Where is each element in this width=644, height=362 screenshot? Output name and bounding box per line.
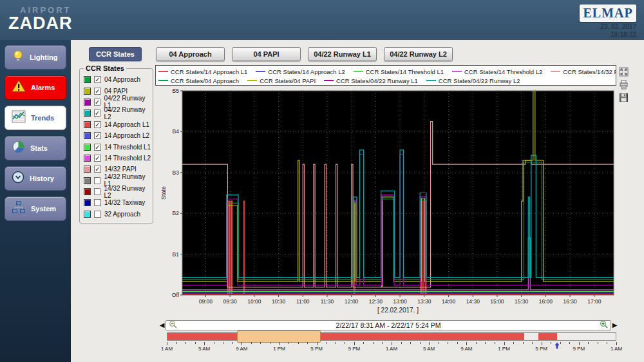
overview-selection-window[interactable] xyxy=(237,330,321,343)
timeline-label: 1 AM xyxy=(161,346,173,352)
timeline-tick xyxy=(560,342,561,344)
series-checkbox[interactable]: ✓ xyxy=(94,144,101,151)
legend-line-sample xyxy=(158,71,168,72)
series-checkbox[interactable]: ✓ xyxy=(94,110,101,117)
x-axis-tick-label: 13:30 xyxy=(417,298,431,305)
series-label: 14 Threshold L1 xyxy=(104,144,151,151)
sidebar: Lighting Alarms Trends Stats History Sys xyxy=(0,40,71,362)
filter-item[interactable]: ✓14 Approach L2 xyxy=(84,130,153,141)
series-color-swatch xyxy=(84,166,91,173)
filter-item[interactable]: ✓04 Approach xyxy=(84,74,153,85)
zoom-out-icon[interactable] xyxy=(169,319,177,331)
trends-chart-icon xyxy=(12,110,26,126)
overview-timeline[interactable] xyxy=(167,332,616,341)
timeline-tick xyxy=(392,342,392,345)
filter-item[interactable]: ✓14 Approach L1 xyxy=(84,119,153,130)
series-color-swatch xyxy=(84,88,91,95)
tab-0422-runway-l2[interactable]: 04/22 Runway L2 xyxy=(384,47,453,61)
timeline-tick xyxy=(185,342,186,344)
x-axis-tick-label: 09:00 xyxy=(199,298,213,305)
save-icon[interactable] xyxy=(619,93,629,102)
sidebar-item-system[interactable]: System xyxy=(5,196,66,221)
series-checkbox[interactable] xyxy=(94,188,101,195)
timeline-tick xyxy=(326,342,327,344)
series-checkbox[interactable]: ✓ xyxy=(94,88,101,95)
trend-chart[interactable]: OffB1B2B3B4B5State09:0009:3010:0010:3011… xyxy=(158,87,618,316)
sidebar-item-label: Lighting xyxy=(30,53,57,61)
filter-item[interactable]: ✓14 Threshold L2 xyxy=(84,153,153,164)
series-checkbox[interactable]: ✓ xyxy=(94,132,101,139)
series-checkbox[interactable]: ✓ xyxy=(94,76,101,83)
plot-area[interactable] xyxy=(182,91,614,295)
legend-line-sample xyxy=(426,80,436,81)
timeline-tick xyxy=(289,342,289,344)
series-color-swatch xyxy=(84,211,91,218)
sidebar-item-alarms[interactable]: Alarms xyxy=(5,75,66,100)
legend-line-sample xyxy=(247,80,257,81)
series-label: 32 Approach xyxy=(104,211,140,218)
sidebar-item-label: System xyxy=(31,205,56,213)
expand-icon[interactable] xyxy=(619,67,629,77)
timeline-tick xyxy=(598,342,598,344)
series-color-swatch xyxy=(84,99,91,106)
legend-line-sample xyxy=(324,80,334,81)
legend-label: CCR States/14 Threshold L1 xyxy=(366,68,444,75)
filter-item[interactable]: ✓14 Threshold L1 xyxy=(84,141,153,152)
scroll-left-arrow[interactable]: ◀ xyxy=(158,321,166,329)
scroll-right-arrow[interactable]: ▶ xyxy=(611,321,618,329)
filter-item[interactable]: 14/32 Taxiway xyxy=(84,197,153,208)
legend-label: CCR States/14/32 PAPI xyxy=(563,68,616,75)
sidebar-item-lighting[interactable]: Lighting xyxy=(5,45,66,70)
warning-icon xyxy=(12,80,26,95)
series-checkbox[interactable] xyxy=(94,211,101,218)
airport-name: ZADAR xyxy=(8,14,73,33)
x-axis-tick-label: 15:30 xyxy=(515,298,529,305)
series-checkbox[interactable]: ✓ xyxy=(94,99,101,106)
sidebar-item-history[interactable]: History xyxy=(5,166,66,191)
filter-item[interactable]: 32 Approach xyxy=(84,209,153,220)
tab-04-approach[interactable]: 04 Approach xyxy=(156,47,225,61)
filter-item[interactable]: ✓04/22 Runway L2 xyxy=(84,108,153,119)
timeline-tick xyxy=(439,342,439,344)
timeline-label: 5 PM xyxy=(535,346,547,352)
legend-line-sample xyxy=(354,71,363,72)
print-icon[interactable] xyxy=(619,80,629,90)
timeline-tick xyxy=(607,342,607,344)
series-checkbox[interactable]: ✓ xyxy=(94,166,101,173)
series-checkbox[interactable] xyxy=(94,177,101,184)
timeline-label: 1 PM xyxy=(498,346,510,352)
timeline-tick xyxy=(270,342,270,344)
filter-item[interactable]: 14/32 Runway L2 xyxy=(84,186,153,197)
zoom-in-icon[interactable] xyxy=(600,319,608,331)
timeline-tick xyxy=(401,342,402,344)
sidebar-item-stats[interactable]: Stats xyxy=(5,136,66,160)
timeline-tick xyxy=(242,342,242,345)
timeline-tick xyxy=(232,342,233,344)
timeline-tick xyxy=(298,342,299,344)
timeline-label: 5 PM xyxy=(310,346,323,352)
x-axis-tick-label: 14:00 xyxy=(442,298,456,305)
series-label: 04 Approach xyxy=(104,76,140,83)
x-axis-date-label: [ 22.02.2017. ] xyxy=(377,307,419,314)
series-checkbox[interactable] xyxy=(94,199,101,206)
timeline-tick xyxy=(616,342,617,345)
top-banner: AIRPORT ZADAR ELMAP 23. 02. 2017 18:18:2… xyxy=(0,0,644,40)
legend-entry: CCR States/04 Approach xyxy=(158,77,239,84)
time-range-bar[interactable]: 2/22/17 8:31 AM - 2/22/17 5:24 PM xyxy=(166,320,611,330)
legend-line-sample xyxy=(551,71,560,72)
tab-04-papi[interactable]: 04 PAPI xyxy=(232,47,301,61)
pie-chart-icon xyxy=(12,140,25,156)
y-axis-title: State xyxy=(160,186,167,200)
timeline-tick xyxy=(223,342,223,344)
tab-ccr-states[interactable]: CCR States xyxy=(89,47,142,61)
series-checkbox[interactable]: ✓ xyxy=(94,155,101,162)
series-checkbox[interactable]: ✓ xyxy=(94,121,101,128)
sidebar-item-trends[interactable]: Trends xyxy=(5,106,66,130)
series-color-swatch xyxy=(84,76,91,83)
timeline-tick xyxy=(532,342,533,344)
y-axis-tick-label: B2 xyxy=(173,210,180,216)
sidebar-item-label: Stats xyxy=(30,144,48,152)
x-axis-tick-label: 10:00 xyxy=(247,298,261,305)
tab-0422-runway-l1[interactable]: 04/22 Runway L1 xyxy=(308,47,377,61)
series-color-swatch xyxy=(84,155,91,162)
